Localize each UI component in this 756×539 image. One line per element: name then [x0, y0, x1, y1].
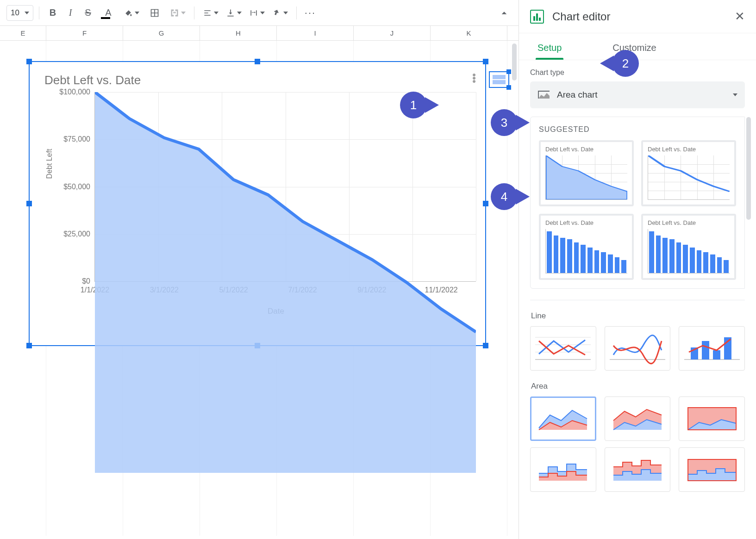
chart-type-100-stacked-stepped-area[interactable]	[679, 447, 745, 492]
chart-type-stacked-stepped-area[interactable]	[605, 447, 671, 492]
collapse-toolbar-button[interactable]	[496, 5, 512, 21]
formatting-toolbar: 10 B I S A ···	[0, 0, 519, 26]
chevron-down-icon	[181, 12, 186, 14]
chart-editor-panel: Chart editor ✕ Setup Customize Chart typ…	[519, 0, 756, 539]
borders-button[interactable]	[144, 5, 165, 21]
bold-button[interactable]: B	[45, 5, 61, 21]
chart-type-select[interactable]: Area chart	[530, 81, 745, 108]
chart-type-100-stacked-area[interactable]	[679, 397, 745, 441]
annotation-callout-2: 2	[612, 50, 639, 77]
panel-tabs: Setup Customize	[519, 33, 756, 60]
suggested-chart-area[interactable]: Debt Left vs. Date	[539, 140, 634, 206]
panel-header: Chart editor ✕	[519, 0, 756, 33]
column-headers: E F G H I J K	[0, 26, 519, 41]
svg-rect-8	[713, 350, 720, 359]
text-rotation-button[interactable]	[269, 5, 291, 21]
resize-handle[interactable]	[26, 343, 32, 348]
col-header[interactable]: G	[123, 26, 200, 40]
chevron-down-icon	[237, 12, 242, 14]
resize-handle[interactable]	[26, 59, 32, 64]
panel-body: Chart type Area chart SUGGESTED Debt Lef…	[519, 60, 756, 539]
chart-type-stacked-area[interactable]	[605, 397, 671, 441]
panel-title: Chart editor	[552, 10, 610, 23]
resize-handle[interactable]	[483, 59, 488, 64]
more-options-button[interactable]: ···	[302, 5, 318, 21]
suggested-charts-section: SUGGESTED Debt Left vs. Date Debt Left v…	[530, 117, 745, 289]
category-area-label: Area	[531, 382, 745, 391]
fill-color-button[interactable]	[121, 5, 142, 21]
y-tick: $50,000	[63, 183, 90, 191]
chevron-down-icon	[260, 12, 265, 14]
chart-type-value: Area chart	[557, 90, 598, 100]
suggested-chart-line[interactable]: Debt Left vs. Date	[641, 140, 736, 206]
tab-setup[interactable]: Setup	[537, 43, 562, 60]
chevron-down-icon	[283, 12, 288, 14]
suggested-chart-bar[interactable]: Debt Left vs. Date	[539, 214, 634, 280]
resize-handle[interactable]	[255, 59, 260, 64]
chevron-down-icon	[214, 12, 219, 14]
spreadsheet-area: E F G H I J K •••	[0, 26, 519, 539]
close-button[interactable]: ✕	[735, 9, 745, 24]
area-chart-icon	[537, 90, 550, 99]
italic-button[interactable]: I	[62, 5, 78, 21]
horizontal-align-button[interactable]	[200, 5, 221, 21]
chart-menu-button[interactable]: •••	[472, 73, 475, 83]
linked-chart-icon[interactable]	[489, 71, 509, 88]
y-tick: $100,000	[59, 88, 90, 96]
resize-handle[interactable]	[483, 343, 488, 348]
annotation-callout-3: 3	[491, 109, 518, 136]
chevron-down-icon	[733, 93, 737, 96]
grid-body[interactable]: ••• Debt Left vs. Date Debt Left $100,00…	[0, 41, 519, 536]
chart-title[interactable]: Debt Left vs. Date	[30, 62, 485, 92]
text-wrap-button[interactable]	[246, 5, 268, 21]
vertical-align-button[interactable]	[223, 5, 244, 21]
svg-rect-7	[702, 341, 709, 359]
chart-type-area[interactable]	[530, 397, 596, 441]
strikethrough-button[interactable]: S	[80, 5, 96, 21]
separator	[194, 6, 194, 19]
col-header[interactable]: K	[431, 26, 507, 40]
resize-handle[interactable]	[26, 201, 32, 206]
font-size-value: 10	[11, 8, 19, 18]
chart-type-label: Chart type	[530, 68, 745, 77]
divider	[530, 300, 745, 300]
col-header[interactable]: H	[200, 26, 277, 40]
separator	[296, 6, 297, 19]
y-axis-label: Debt Left	[45, 149, 54, 179]
col-header[interactable]: F	[46, 26, 123, 40]
suggested-chart-bar-2[interactable]: Debt Left vs. Date	[641, 214, 736, 280]
chart-plot-area: $100,000 $75,000 $50,000 $25,000 $0 1/1/…	[94, 92, 476, 282]
vertical-scrollbar[interactable]	[512, 43, 517, 81]
chart-type-stepped-area[interactable]	[530, 447, 596, 492]
chevron-down-icon	[25, 12, 29, 14]
y-tick: $25,000	[63, 230, 90, 238]
col-header[interactable]: I	[277, 26, 354, 40]
annotation-callout-1: 1	[400, 92, 427, 118]
category-line-label: Line	[531, 311, 745, 321]
y-tick: $0	[82, 277, 90, 285]
col-header[interactable]: E	[0, 26, 46, 40]
merge-cells-button[interactable]	[167, 5, 188, 21]
suggested-label: SUGGESTED	[539, 125, 736, 134]
font-size-select[interactable]: 10	[6, 5, 33, 21]
resize-handle[interactable]	[483, 201, 488, 206]
text-color-button[interactable]: A	[98, 5, 119, 21]
chart-type-line[interactable]	[530, 326, 596, 371]
chart-type-smooth-line[interactable]	[605, 326, 671, 371]
col-header[interactable]: J	[354, 26, 431, 40]
annotation-callout-4: 4	[491, 183, 518, 210]
area-series	[95, 92, 476, 473]
chart-icon	[530, 10, 544, 24]
chart-type-combo[interactable]	[679, 326, 745, 371]
chevron-down-icon	[135, 12, 139, 14]
separator	[39, 6, 39, 19]
y-tick: $75,000	[63, 135, 90, 143]
